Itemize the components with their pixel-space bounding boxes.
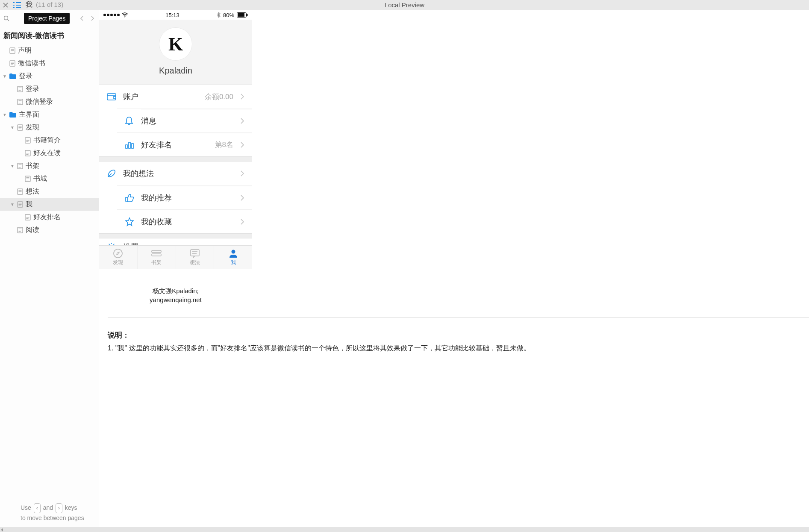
twisty-icon[interactable]: ▼: [10, 164, 15, 168]
tab-person[interactable]: 我: [214, 246, 252, 269]
tree-item[interactable]: 好友在读: [0, 147, 99, 159]
chevron-right-icon: [240, 118, 244, 124]
tree-item-label: 声明: [18, 46, 96, 55]
page-icon: [25, 150, 31, 156]
pages-list-icon[interactable]: [13, 2, 21, 9]
tree-item-label: 书架: [26, 162, 96, 170]
tree-item-label: 想法: [26, 187, 96, 196]
description-title: 说明：: [108, 330, 530, 340]
page-icon: [17, 201, 23, 208]
tree-item-label: 主界面: [19, 110, 96, 119]
menu-group-1: 账户余额0.00消息好友排名第8名: [99, 85, 252, 156]
twisty-icon[interactable]: ▼: [10, 125, 15, 130]
tab-label: 发现: [113, 259, 123, 266]
folder-icon: [9, 112, 16, 118]
settings-label: 设置: [123, 242, 138, 245]
nav-prev-icon[interactable]: [78, 15, 86, 22]
tree-item[interactable]: 声明: [0, 44, 99, 57]
menu-row[interactable]: 我的推荐: [117, 185, 252, 209]
tab-chat[interactable]: 想法: [176, 246, 215, 269]
tree-item-label: 登录: [26, 85, 96, 94]
svg-rect-20: [126, 145, 127, 148]
tree-item-label: 书城: [33, 174, 96, 183]
tree-item-label: 阅读: [26, 226, 96, 235]
tree-item[interactable]: 微信登录: [0, 95, 99, 108]
wifi-icon: [121, 12, 128, 18]
menu-group-2: 我的想法我的推荐我的收藏: [99, 162, 252, 233]
tree-item[interactable]: ▼主界面: [0, 108, 99, 121]
search-icon[interactable]: [3, 15, 9, 21]
page-icon: [17, 163, 23, 169]
chart-icon: [125, 141, 134, 149]
twisty-icon[interactable]: ▼: [10, 202, 15, 207]
page-icon: [17, 188, 23, 195]
menu-row-value: 第8名: [215, 140, 233, 150]
menu-row[interactable]: 我的想法: [99, 162, 252, 185]
svg-point-28: [231, 250, 235, 254]
tree-item-label: 发现: [26, 123, 96, 132]
bluetooth-icon: [217, 12, 221, 18]
tree-item[interactable]: ▼登录: [0, 70, 99, 82]
profile-header: K Kpaladin: [99, 20, 252, 85]
tree-item[interactable]: 书城: [0, 172, 99, 185]
page-title: 我: [26, 0, 32, 9]
tree-item-label: 我: [26, 200, 96, 209]
tree-item-label: 好友排名: [33, 213, 96, 222]
tree-item-label: 微信登录: [26, 97, 96, 106]
tooltip-project-pages: Project Pages: [24, 13, 70, 24]
tree-item[interactable]: 微信读书: [0, 57, 99, 70]
menu-row[interactable]: 好友排名第8名: [117, 132, 252, 156]
tab-label: 我: [231, 259, 236, 266]
page-icon: [17, 227, 23, 233]
chevron-right-icon: [240, 141, 244, 148]
tree-item[interactable]: 想法: [0, 185, 99, 198]
page-icon: [9, 60, 15, 67]
tree-item-label: 微信读书: [18, 59, 96, 68]
svg-point-0: [4, 16, 8, 20]
kbd-next: ›: [56, 503, 62, 513]
menu-row[interactable]: 我的收藏: [117, 209, 252, 233]
status-time: 15:13: [165, 12, 179, 18]
page-icon: [25, 176, 31, 182]
tree-item[interactable]: ▼书架: [0, 159, 99, 172]
page-tree: 声明微信读书▼登录登录微信登录▼主界面▼发现书籍简介好友在读▼书架书城想法▼我好…: [0, 44, 99, 500]
menu-row[interactable]: 消息: [117, 109, 252, 132]
kbd-prev: ‹: [34, 503, 41, 513]
tab-bar: 发现书架想法我: [99, 245, 252, 269]
tree-item[interactable]: 书籍简介: [0, 134, 99, 147]
top-toolbar: 我 (11 of 13) Local Preview: [0, 0, 809, 10]
tree-item[interactable]: ▼发现: [0, 121, 99, 134]
tab-label: 书架: [151, 259, 162, 266]
tab-compass[interactable]: 发现: [99, 246, 138, 269]
compass-icon: [113, 249, 123, 258]
username: Kpaladin: [99, 66, 252, 76]
chevron-right-icon: [240, 93, 244, 100]
menu-row-label: 账户: [123, 91, 198, 102]
chevron-right-icon: [240, 218, 244, 225]
tree-item[interactable]: 登录: [0, 82, 99, 95]
page-icon: [17, 86, 23, 92]
tree-item[interactable]: 阅读: [0, 223, 99, 236]
books-icon: [151, 249, 162, 258]
svg-rect-19: [113, 97, 116, 98]
tree-item[interactable]: ▼我: [0, 198, 99, 211]
person-icon: [229, 249, 238, 258]
twisty-icon[interactable]: ▼: [3, 112, 7, 117]
twisty-icon[interactable]: ▼: [3, 74, 7, 79]
svg-rect-25: [152, 250, 161, 253]
tree-item-label: 书籍简介: [33, 136, 96, 145]
menu-row[interactable]: 账户余额0.00: [99, 85, 252, 109]
nav-next-icon[interactable]: [88, 15, 96, 22]
horizontal-scrollbar[interactable]: [0, 527, 809, 532]
page-count: (11 of 13): [36, 1, 63, 8]
svg-rect-22: [132, 144, 133, 148]
avatar[interactable]: K: [159, 27, 192, 61]
thumb-icon: [125, 193, 134, 203]
menu-row-settings-peek[interactable]: 设置: [99, 238, 252, 245]
close-icon[interactable]: [3, 2, 9, 8]
svg-point-24: [114, 249, 122, 258]
folder-icon: [9, 73, 16, 79]
tree-item[interactable]: 好友排名: [0, 211, 99, 223]
tab-books[interactable]: 书架: [138, 246, 176, 269]
star-icon: [125, 217, 134, 226]
